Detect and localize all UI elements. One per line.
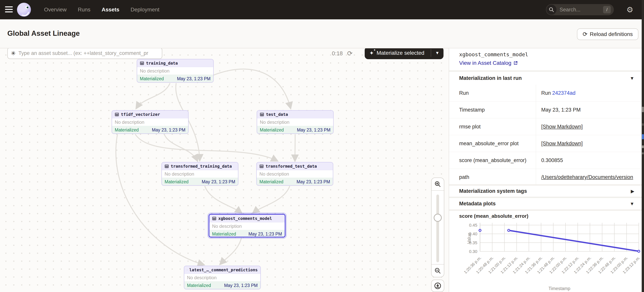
- asset-description: No description: [112, 118, 188, 126]
- asset-node-latest-comment-predictions[interactable]: latest_…_comment_predictions No descript…: [184, 266, 261, 289]
- edge-tfidf-transformed-training: [164, 134, 198, 161]
- edge-transformed-training-xgboost: [205, 186, 242, 213]
- zoom-slider-track[interactable]: [436, 194, 439, 262]
- svg-text:0.45: 0.45: [469, 223, 477, 228]
- section-divider: [449, 209, 642, 211]
- asset-node-training-data[interactable]: training_data No description Materialize…: [137, 59, 214, 83]
- zoom-slider-handle[interactable]: [434, 214, 442, 222]
- asset-description: No description: [210, 222, 285, 230]
- asset-name: tfidf_vectorizer: [121, 112, 160, 117]
- show-markdown-link[interactable]: [Show Markdown]: [541, 124, 583, 130]
- dagster-app: Overview Runs Assets Deployment / ⚙ Glob…: [0, 0, 644, 292]
- materialize-dropdown-caret[interactable]: ▼: [431, 51, 444, 56]
- asset-subset-filter[interactable]: ✳: [7, 48, 162, 59]
- asset-subset-input[interactable]: [18, 50, 157, 57]
- settings-gear-icon[interactable]: ⚙: [626, 4, 634, 15]
- zoom-controls: [431, 177, 444, 277]
- nav-item-overview[interactable]: Overview: [44, 7, 67, 13]
- section-divider: [449, 184, 642, 186]
- browser-scrollbar[interactable]: [642, 0, 644, 292]
- table-icon: [140, 61, 144, 65]
- asset-node-tfidf-vectorizer[interactable]: tfidf_vectorizer No description Material…: [112, 110, 188, 134]
- zoom-in-button[interactable]: [432, 178, 444, 191]
- table-icon: [115, 112, 119, 117]
- section-materialization-last-run[interactable]: Materialization in last run ▼: [449, 72, 642, 85]
- zoom-in-icon: [434, 181, 441, 187]
- asset-timestamp: May 23, 1:23 PM: [177, 76, 210, 81]
- download-icon: [434, 282, 441, 289]
- asset-node-xgboost-comments-model[interactable]: xgboost_comments_model No description Ma…: [208, 214, 286, 237]
- run-id-link[interactable]: 242374ad: [552, 90, 576, 96]
- asset-details-panel: xgboost_comments_model View in Asset Cat…: [449, 48, 642, 292]
- nav-links: Overview Runs Assets Deployment: [44, 0, 159, 19]
- panel-asset-title: xgboost_comments_model: [459, 52, 528, 58]
- asset-description: No description: [257, 170, 333, 178]
- asset-description: No description: [184, 274, 260, 281]
- nav-item-deployment[interactable]: Deployment: [130, 7, 159, 13]
- asset-name: training_data: [146, 61, 178, 66]
- svg-text:Value: Value: [467, 233, 472, 244]
- table-icon: [260, 112, 264, 117]
- asset-node-test-data[interactable]: test_data No description MaterializedMay…: [257, 110, 334, 134]
- asset-name: latest_…_comment_predictions: [189, 268, 258, 272]
- svg-text:Timestamp: Timestamp: [548, 286, 570, 291]
- materialize-selected-button[interactable]: ✦✦ Materialize selected ▼: [365, 48, 444, 59]
- asset-description: No description: [137, 67, 213, 75]
- asset-description: No description: [257, 118, 333, 126]
- asset-timestamp: May 23, 1:23 PM: [297, 127, 330, 133]
- section-metadata-plots[interactable]: Metadata plots ▼: [449, 198, 642, 209]
- search-shortcut-badge: /: [603, 6, 611, 13]
- asset-timestamp: May 23, 1:23 PM: [248, 231, 282, 237]
- table-row-mae-plot: mean_absolute_error plot [Show Markdown]: [449, 135, 642, 152]
- table-icon: [212, 216, 216, 221]
- metadata-plot-chart: 1:20:36 p.m.1:20:48 p.m.1:21:00 p.m.1:21…: [449, 220, 642, 292]
- asset-node-transformed-test-data[interactable]: transformed_test_data No description Mat…: [256, 162, 333, 186]
- view-in-asset-catalog-link[interactable]: View in Asset Catalog: [459, 60, 518, 66]
- asset-timestamp: May 23, 1:23 PM: [202, 179, 235, 184]
- table-icon: [260, 164, 264, 168]
- reload-icon: ⟳: [582, 31, 588, 37]
- section-materialization-system-tags[interactable]: Materialization system tags ▶: [449, 186, 642, 197]
- section-divider: [449, 197, 642, 198]
- section-divider: [449, 70, 642, 72]
- metadata-plot-title: score (mean_absolute_error): [459, 213, 528, 219]
- edge-test-transformed-test: [295, 134, 295, 161]
- refresh-icon[interactable]: ⟳: [347, 50, 353, 57]
- edge-tfidf-transformed-test: [135, 134, 278, 161]
- table-row-rmse-plot: rmse plot [Show Markdown]: [449, 118, 642, 135]
- edge-training-tfidf: [136, 83, 170, 109]
- edge-transformed-test-xgboost: [253, 186, 290, 213]
- zoom-out-icon: [434, 267, 441, 274]
- chevron-right-icon: ▶: [631, 189, 634, 194]
- asset-status: Materialized: [115, 127, 139, 133]
- asset-status: Materialized: [260, 179, 283, 184]
- table-row-path: path /Users/odetteharary/Documents/versi…: [449, 169, 642, 186]
- asset-node-transformed-training-data[interactable]: transformed_training_data No description…: [162, 162, 238, 186]
- dagster-logo: [17, 3, 31, 17]
- refresh-timer: 0:18: [332, 50, 343, 57]
- nav-item-runs[interactable]: Runs: [78, 7, 90, 13]
- page-header: Global Asset Lineage ⟳ Reload definition…: [0, 19, 644, 48]
- asset-status: Materialized: [140, 76, 164, 81]
- show-markdown-link[interactable]: [Show Markdown]: [541, 141, 583, 147]
- reload-definitions-button[interactable]: ⟳ Reload definitions: [577, 29, 638, 40]
- table-row-run: Run Run 242374ad: [449, 85, 642, 102]
- asset-lineage-graph[interactable]: training_data No description Materialize…: [0, 48, 449, 292]
- path-link[interactable]: /Users/odetteharary/Documents/version: [541, 174, 633, 180]
- asset-status: Materialized: [187, 283, 211, 288]
- external-link-icon: [513, 61, 518, 65]
- table-row-score: score (mean_absolute_error) 0.300855: [449, 152, 642, 169]
- search-input[interactable]: [559, 7, 596, 13]
- svg-text:0.30: 0.30: [469, 249, 477, 254]
- zoom-out-button[interactable]: [432, 264, 444, 277]
- table-row-timestamp: Timestamp May 23, 1:23 PM: [449, 102, 642, 118]
- download-image-button[interactable]: [431, 280, 444, 292]
- nav-item-assets[interactable]: Assets: [102, 7, 119, 13]
- edge-xgboost-latest: [220, 238, 242, 264]
- menu-icon[interactable]: [5, 7, 13, 13]
- asset-status: Materialized: [212, 231, 236, 237]
- asset-status: Materialized: [164, 179, 188, 184]
- search-icon: [546, 5, 556, 15]
- asset-name: transformed_test_data: [266, 164, 317, 169]
- global-search[interactable]: /: [546, 4, 614, 15]
